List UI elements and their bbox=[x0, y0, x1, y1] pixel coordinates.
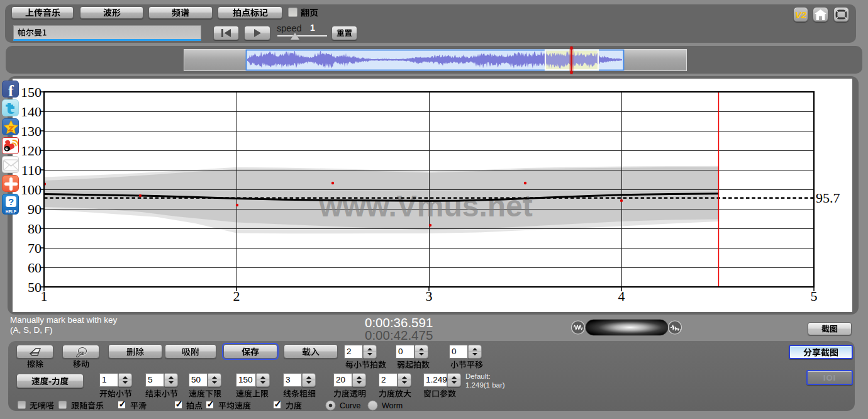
svg-text:120: 120 bbox=[21, 143, 42, 159]
svg-text:95.7: 95.7 bbox=[816, 190, 840, 206]
svg-text:1: 1 bbox=[41, 288, 48, 304]
svg-text:100: 100 bbox=[21, 182, 42, 198]
svg-text:60: 60 bbox=[28, 260, 42, 276]
svg-text:90: 90 bbox=[28, 201, 42, 217]
svg-text:140: 140 bbox=[21, 104, 42, 120]
svg-text:50: 50 bbox=[28, 279, 42, 295]
svg-text:HELP: HELP bbox=[6, 210, 17, 214]
svg-text:150: 150 bbox=[21, 84, 42, 100]
svg-text:3: 3 bbox=[426, 288, 433, 304]
svg-text:?: ? bbox=[8, 196, 14, 207]
svg-text:80: 80 bbox=[28, 221, 42, 237]
svg-text:130: 130 bbox=[21, 123, 42, 139]
svg-text:2: 2 bbox=[233, 288, 240, 304]
svg-text:5: 5 bbox=[811, 288, 818, 304]
svg-text:www.Vmus.net: www.Vmus.net bbox=[318, 189, 533, 223]
svg-text:70: 70 bbox=[28, 240, 42, 256]
svg-text:110: 110 bbox=[21, 162, 42, 178]
svg-text:4: 4 bbox=[618, 288, 625, 304]
